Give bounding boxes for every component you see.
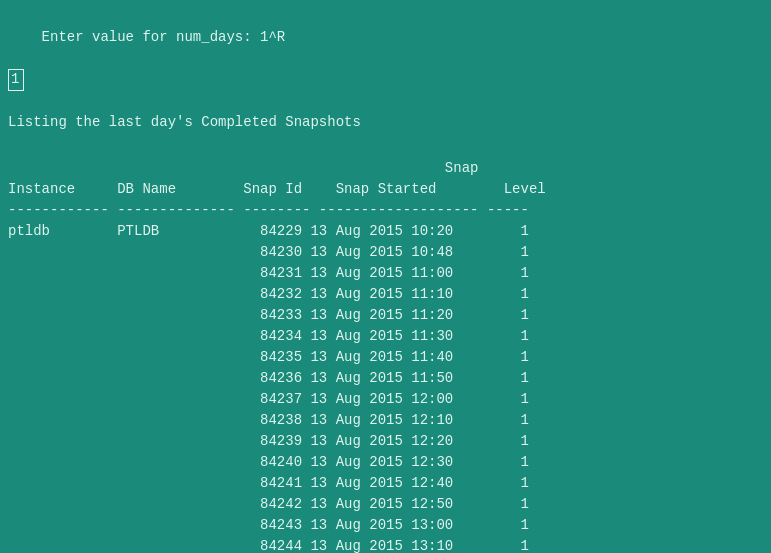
table-row: 84240 13 Aug 2015 12:30 1	[8, 452, 763, 473]
input-line: 1	[8, 69, 763, 91]
table-row: 84231 13 Aug 2015 11:00 1	[8, 263, 763, 284]
table-row: 84244 13 Aug 2015 13:10 1	[8, 536, 763, 553]
input-value[interactable]: 1	[8, 69, 24, 91]
table-row: 84243 13 Aug 2015 13:00 1	[8, 515, 763, 536]
listing-line: Listing the last day's Completed Snapsho…	[8, 112, 763, 133]
table-rows: ptldb PTLDB 84229 13 Aug 2015 10:20 1 84…	[8, 221, 763, 553]
table-row: 84236 13 Aug 2015 11:50 1	[8, 368, 763, 389]
table-row: 84233 13 Aug 2015 11:20 1	[8, 305, 763, 326]
prompt-line: Enter value for num_days: 1^R	[8, 6, 763, 69]
table-row: 84230 13 Aug 2015 10:48 1	[8, 242, 763, 263]
table-header-cols: Instance DB Name Snap Id Snap Started Le…	[8, 179, 763, 200]
table-row: 84237 13 Aug 2015 12:00 1	[8, 389, 763, 410]
table-row: ptldb PTLDB 84229 13 Aug 2015 10:20 1	[8, 221, 763, 242]
prompt-text: Enter value for num_days: 1^R	[42, 29, 286, 45]
table-row: 84241 13 Aug 2015 12:40 1	[8, 473, 763, 494]
table-row: 84235 13 Aug 2015 11:40 1	[8, 347, 763, 368]
table-row: 84238 13 Aug 2015 12:10 1	[8, 410, 763, 431]
table-row: 84239 13 Aug 2015 12:20 1	[8, 431, 763, 452]
table-header-snap: Snap	[8, 158, 763, 179]
table-row: 84242 13 Aug 2015 12:50 1	[8, 494, 763, 515]
table-row: 84232 13 Aug 2015 11:10 1	[8, 284, 763, 305]
table-separator: ------------ -------------- -------- ---…	[8, 200, 763, 221]
table-row: 84234 13 Aug 2015 11:30 1	[8, 326, 763, 347]
blank-line	[8, 91, 763, 112]
table-container: Snap Instance DB Name Snap Id Snap Start…	[8, 158, 763, 553]
blank-line-2	[8, 133, 763, 154]
terminal: Enter value for num_days: 1^R 1 Listing …	[0, 0, 771, 553]
